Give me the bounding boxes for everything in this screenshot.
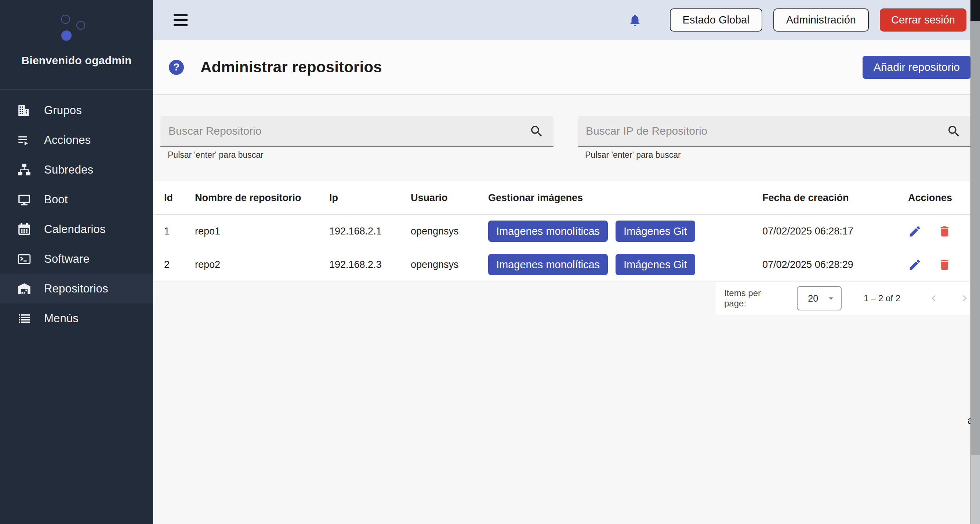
scrollbar-thumb[interactable]: [971, 21, 980, 455]
cell-id: 1: [164, 225, 195, 237]
search-icon[interactable]: [529, 124, 544, 139]
sidebar-divider: [0, 89, 153, 89]
warehouse-icon: [17, 281, 32, 296]
logo-circle-outline-2: [76, 21, 85, 30]
table-row: 2 repo2 192.168.2.3 opengnsys Imagenes m…: [153, 248, 971, 281]
page-header: ? Administrar repositorios Añadir reposi…: [153, 40, 980, 95]
main-content: Pulsar 'enter' para buscar Pulsar 'enter…: [153, 96, 980, 524]
playlist-actions-icon: [17, 133, 32, 148]
cell-user: opengnsys: [411, 225, 488, 237]
terminal-icon: [17, 252, 32, 267]
cell-created: 07/02/2025 06:28:17: [752, 225, 892, 237]
cell-ip: 192.168.2.1: [329, 225, 411, 237]
sidebar-item-software[interactable]: Software: [0, 244, 153, 274]
hamburger-icon: [173, 14, 188, 16]
pencil-icon: [908, 225, 922, 238]
chevron-left-icon: [928, 292, 940, 305]
column-header-user: Usuario: [411, 192, 488, 204]
administracion-button[interactable]: Administración: [773, 8, 869, 32]
app-window: Bienvenido ogadmin Grupos Acciones: [0, 0, 980, 524]
search-row: Pulsar 'enter' para buscar Pulsar 'enter…: [161, 116, 971, 160]
column-header-name: Nombre de repositorio: [195, 192, 329, 204]
sidebar-item-label: Acciones: [44, 133, 91, 147]
column-header-created: Fecha de creación: [752, 192, 892, 204]
edit-button[interactable]: [908, 225, 922, 238]
monolithic-images-button[interactable]: Imagenes monolíticas: [488, 254, 608, 275]
sidebar-item-label: Repositorios: [44, 282, 108, 295]
next-page-button[interactable]: [958, 292, 971, 305]
cell-created: 07/02/2025 06:28:29: [752, 259, 892, 270]
search-icon[interactable]: [947, 124, 961, 139]
sidebar-item-label: Subredes: [44, 163, 93, 176]
sidebar-menu: Grupos Acciones Subredes Boot: [0, 95, 153, 333]
search-hint: Pulsar 'enter' para buscar: [585, 150, 971, 160]
menu-toggle-button[interactable]: [173, 14, 188, 26]
column-header-ip: Ip: [329, 192, 411, 204]
cell-name: repo2: [195, 259, 329, 270]
search-hint: Pulsar 'enter' para buscar: [168, 150, 554, 160]
sidebar-item-label: Menús: [44, 312, 78, 325]
subnet-lan-icon: [17, 162, 32, 177]
logo-circle-outline-1: [61, 15, 70, 24]
welcome-text: Bienvenido ogadmin: [0, 54, 153, 67]
help-icon[interactable]: ?: [169, 60, 184, 75]
chevron-down-icon: [826, 293, 837, 304]
monolithic-images-button[interactable]: Imagenes monolíticas: [488, 221, 608, 242]
trash-icon: [938, 258, 951, 272]
delete-button[interactable]: [938, 225, 951, 238]
logo-circle-filled: [61, 30, 72, 41]
page-size-value: 20: [808, 293, 818, 304]
sidebar-item-calendarios[interactable]: Calendarios: [0, 214, 153, 244]
repository-search-field: Pulsar 'enter' para buscar: [161, 116, 554, 160]
page-title: Administrar repositorios: [200, 58, 382, 76]
estado-global-button[interactable]: Estado Global: [670, 8, 762, 32]
page-size-select[interactable]: 20: [797, 286, 842, 310]
topbar: Estado Global Administración Cerrar sesi…: [153, 0, 980, 40]
column-header-manage-images: Gestionar imágenes: [488, 192, 752, 204]
calendar-icon: [17, 222, 32, 237]
pencil-icon: [908, 258, 922, 272]
page-range-label: 1 – 2 of 2: [864, 293, 900, 303]
table-row: 1 repo1 192.168.2.1 opengnsys Imagenes m…: [153, 215, 971, 248]
git-images-button[interactable]: Imágenes Git: [616, 221, 695, 242]
ip-search-field: Pulsar 'enter' para buscar: [578, 116, 971, 160]
cell-name: repo1: [195, 225, 329, 237]
logout-button[interactable]: Cerrar sesión: [880, 8, 966, 32]
sidebar-item-acciones[interactable]: Acciones: [0, 125, 153, 155]
add-repository-button[interactable]: Añadir repositorio: [862, 56, 971, 79]
vertical-scrollbar[interactable]: [970, 0, 980, 524]
previous-page-button[interactable]: [928, 292, 940, 305]
sidebar-item-grupos[interactable]: Grupos: [0, 95, 153, 125]
column-header-id: Id: [164, 192, 195, 204]
search-repository-input[interactable]: [161, 116, 554, 146]
sidebar: Bienvenido ogadmin Grupos Acciones: [0, 0, 153, 524]
cell-id: 2: [164, 259, 195, 270]
paginator: Items per page: 20 1 – 2 of 2: [716, 282, 971, 315]
cell-ip: 192.168.2.3: [329, 259, 411, 270]
list-icon: [17, 311, 32, 326]
monitor-icon: [17, 192, 32, 207]
repositories-table: Id Nombre de repositorio Ip Usuario Gest…: [153, 181, 971, 281]
sidebar-item-label: Boot: [44, 193, 68, 206]
scrollbar-top-cap: [970, 0, 980, 21]
sidebar-item-boot[interactable]: Boot: [0, 184, 153, 214]
buildings-icon: [17, 103, 32, 118]
notifications-bell-icon[interactable]: [628, 13, 642, 27]
items-per-page-label: Items per page:: [724, 288, 784, 309]
cell-user: opengnsys: [411, 259, 488, 270]
edit-button[interactable]: [908, 258, 922, 272]
app-logo: Bienvenido ogadmin: [0, 0, 153, 89]
delete-button[interactable]: [938, 258, 951, 272]
sidebar-item-label: Grupos: [44, 104, 82, 117]
search-ip-input[interactable]: [578, 116, 971, 146]
sidebar-item-label: Calendarios: [44, 223, 106, 236]
sidebar-item-repositorios[interactable]: Repositorios: [0, 274, 153, 303]
trash-icon: [938, 225, 951, 238]
chevron-right-icon: [958, 292, 971, 305]
sidebar-item-subredes[interactable]: Subredes: [0, 155, 153, 184]
git-images-button[interactable]: Imágenes Git: [616, 254, 695, 275]
table-header-row: Id Nombre de repositorio Ip Usuario Gest…: [153, 181, 971, 215]
sidebar-item-menus[interactable]: Menús: [0, 303, 153, 333]
column-header-actions: Acciones: [892, 192, 971, 204]
sidebar-item-label: Software: [44, 252, 89, 266]
